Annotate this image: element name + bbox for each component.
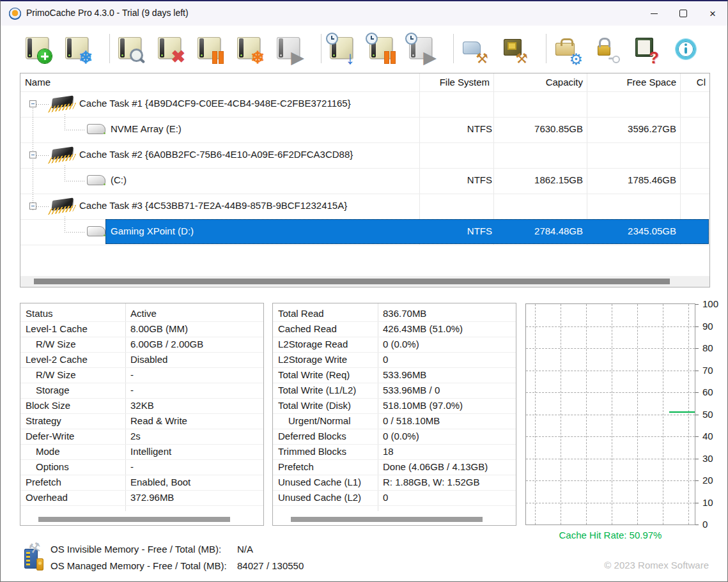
- stat-value: -: [130, 461, 134, 472]
- stat-label: Status: [26, 308, 53, 319]
- gridline: [526, 503, 695, 503]
- y-axis-tick-label: 90: [702, 321, 727, 332]
- column-header-free-space[interactable]: Free Space: [626, 77, 676, 88]
- collapse-expander-icon[interactable]: [29, 100, 36, 107]
- table-row-volume-c[interactable]: (C:) NTFS 1862.15GB 1785.46GB: [20, 168, 709, 194]
- stat-row: R/W Size -: [20, 367, 263, 383]
- stat-value: -: [130, 369, 134, 380]
- memory-tools-icon: [24, 543, 45, 571]
- scrollbar-thumb[interactable]: [291, 517, 483, 522]
- collapse-expander-icon[interactable]: [29, 151, 36, 158]
- stop-caching-icon[interactable]: [235, 34, 263, 63]
- chart-caption: Cache Hit Rate: 50.97%: [526, 530, 695, 540]
- gridline: [561, 304, 561, 525]
- column-header-capacity[interactable]: Capacity: [546, 77, 583, 88]
- resume-deferred-write-icon[interactable]: [407, 34, 435, 63]
- stat-label: Prefetch: [26, 477, 61, 487]
- table-row-volume-e[interactable]: NVME Array (E:) NTFS 7630.85GB 3596.27GB: [20, 117, 709, 142]
- primocache-window: PrimoCache Pro 4.3.0 - Trial (9 days lef…: [0, 0, 728, 582]
- gridline: [586, 304, 587, 525]
- new-cache-task-icon[interactable]: [24, 34, 52, 63]
- stat-value: 518.10MB (97.0%): [383, 400, 463, 411]
- license-icon[interactable]: [592, 34, 621, 63]
- table-row-cache-task-2[interactable]: Cache Task #2 {6A0BB2FC-75B6-4E10-A09E-6…: [20, 142, 709, 168]
- stat-label: Trimmed Blocks: [278, 446, 346, 457]
- y-axis-tick-label: 40: [702, 431, 727, 441]
- stat-row: Total Write (Req) 533.96MB: [273, 367, 516, 383]
- delete-task-icon[interactable]: [156, 34, 184, 63]
- table-row-volume-d-selected[interactable]: Gaming XPoint (D:) NTFS 2784.48GB 2345.0…: [20, 219, 709, 245]
- close-button[interactable]: ×: [698, 1, 727, 26]
- column-header-file-system[interactable]: File System: [440, 77, 490, 88]
- panel-horizontal-scrollbar[interactable]: [273, 515, 516, 524]
- stat-value: 6.00GB / 2.00GB: [130, 339, 203, 349]
- maximize-button[interactable]: [669, 1, 698, 26]
- stat-value: 32KB: [130, 400, 154, 411]
- stat-value: 2s: [130, 431, 141, 441]
- maximize-icon: [679, 10, 687, 17]
- stat-row: Deferred Blocks 0 (0.0%): [273, 429, 516, 445]
- table-row-cache-task-1[interactable]: Cache Task #1 {4B9D4CF9-C0EE-4CB4-948E-C…: [20, 91, 709, 117]
- titlebar: PrimoCache Pro 4.3.0 - Trial (9 days lef…: [1, 1, 727, 26]
- stat-row: Level-1 Cache 8.00GB (MM): [20, 321, 263, 337]
- table-row-cache-task-3[interactable]: Cache Task #3 {4C53BB71-7E2A-44B9-857B-9…: [20, 194, 709, 219]
- storage-wizard-icon[interactable]: [460, 34, 488, 63]
- options-icon[interactable]: [553, 34, 581, 63]
- gridline: [612, 304, 612, 525]
- pause-task-icon[interactable]: [196, 34, 224, 63]
- os-invisible-memory-line: OS Invisible Memory - Free / Total (MB):…: [50, 544, 253, 555]
- about-icon[interactable]: [672, 34, 700, 63]
- stat-value: 426.43MB (51.0%): [383, 323, 463, 334]
- stat-row: R/W Size 6.00GB / 2.00GB: [20, 337, 263, 353]
- stat-label: Storage: [36, 385, 70, 395]
- help-icon[interactable]: ?: [632, 34, 660, 63]
- stat-value: 533.96MB: [383, 369, 426, 380]
- manage-cache-storage-icon[interactable]: [500, 34, 528, 63]
- stat-row: Total Read 836.70MB: [273, 306, 516, 322]
- y-axis-tick: [695, 348, 699, 349]
- stat-value: 0 (0.0%): [383, 339, 419, 349]
- stat-value: 0 (0.0%): [383, 431, 419, 441]
- column-header-cluster[interactable]: Cl: [697, 77, 706, 88]
- stat-value: Enabled, Boot: [130, 477, 190, 487]
- stat-label: R/W Size: [36, 339, 76, 349]
- y-axis-tick: [695, 459, 699, 459]
- stat-label: Unused Cache (L1): [278, 477, 361, 487]
- stat-row: L2Storage Read 0 (0.0%): [273, 337, 516, 353]
- volume-label: NVME Array (E:): [111, 123, 182, 134]
- stat-row: Urgent/Normal 0 / 518.10MB: [273, 413, 516, 429]
- stat-label: L2Storage Read: [278, 339, 348, 349]
- y-axis-tick: [695, 371, 699, 371]
- stat-row: Total Write (L1/L2) 533.96MB / 0: [273, 383, 516, 399]
- cache-task-chip-icon: [49, 95, 77, 114]
- cache-status-panel: Status Active Level-1 Cache 8.00GB (MM) …: [20, 303, 263, 525]
- stat-value: -: [130, 385, 134, 395]
- collapse-expander-icon[interactable]: [29, 203, 36, 210]
- stat-row: Overhead 372.96MB: [20, 490, 263, 506]
- panel-horizontal-scrollbar[interactable]: [20, 515, 263, 524]
- memory-label: OS Invisible Memory - Free / Total (MB):: [50, 544, 237, 555]
- free-cache-icon[interactable]: [63, 34, 91, 63]
- stat-label: Total Write (Req): [278, 369, 350, 380]
- pause-deferred-write-icon[interactable]: [368, 34, 396, 63]
- flush-deferred-write-icon[interactable]: [328, 34, 356, 63]
- stat-row: Unused Cache (L2) 0: [273, 490, 516, 506]
- stat-label: Total Write (Disk): [278, 400, 351, 411]
- stat-row: Total Write (Disk) 518.10MB (97.0%): [273, 398, 516, 414]
- table-horizontal-scrollbar[interactable]: [20, 276, 709, 287]
- column-header-name[interactable]: Name: [25, 77, 50, 88]
- view-statistics-icon[interactable]: [116, 34, 144, 63]
- minimize-button[interactable]: [639, 1, 669, 26]
- stat-label: Defer-Write: [26, 431, 74, 441]
- y-axis-tick: [695, 480, 699, 481]
- scrollbar-thumb[interactable]: [38, 517, 230, 522]
- scrollbar-thumb[interactable]: [34, 279, 670, 284]
- stat-row: L2Storage Write 0: [273, 352, 516, 368]
- resume-task-icon[interactable]: [275, 34, 303, 63]
- stat-label: Prefetch: [278, 461, 314, 472]
- window-title: PrimoCache Pro 4.3.0 - Trial (9 days lef…: [26, 8, 189, 18]
- stat-row: Defer-Write 2s: [20, 429, 263, 445]
- stat-value: Active: [130, 308, 157, 319]
- gridline: [637, 304, 638, 525]
- y-axis-tick-label: 0: [702, 519, 727, 530]
